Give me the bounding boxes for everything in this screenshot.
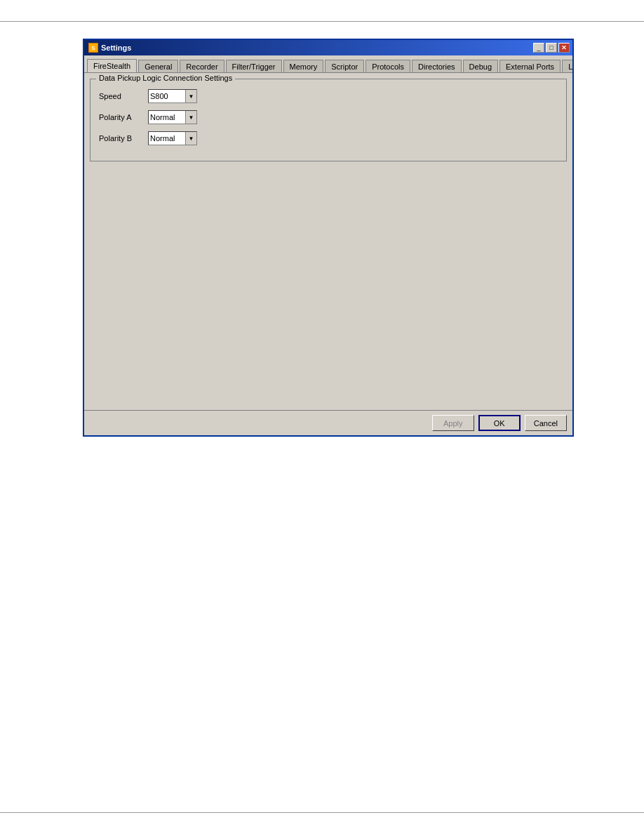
group-box-title: Data Pickup Logic Connection Settings xyxy=(96,74,235,82)
polarity-b-select[interactable]: Normal Inverted xyxy=(148,131,197,145)
speed-select[interactable]: S100 S200 S400 S800 S1600 S3200 xyxy=(148,89,197,103)
title-bar: S Settings _ □ ✕ xyxy=(84,40,572,55)
cancel-button[interactable]: Cancel xyxy=(525,415,567,431)
tab-general[interactable]: General xyxy=(138,60,178,73)
polarity-b-select-wrapper: Normal Inverted ▼ xyxy=(148,131,197,145)
dialog-title: Settings xyxy=(101,44,131,52)
tab-lan-firespy[interactable]: LAN FireSpy xyxy=(562,60,572,73)
title-bar-controls: _ □ ✕ xyxy=(533,43,570,53)
polarity-a-select-wrapper: Normal Inverted ▼ xyxy=(148,110,197,124)
close-button[interactable]: ✕ xyxy=(558,43,570,53)
polarity-a-label: Polarity A xyxy=(99,113,148,121)
tab-recorder[interactable]: Recorder xyxy=(180,60,224,73)
app-icon: S xyxy=(88,43,98,53)
tab-memory[interactable]: Memory xyxy=(283,60,324,73)
polarity-b-row: Polarity B Normal Inverted ▼ xyxy=(99,131,558,145)
polarity-a-row: Polarity A Normal Inverted ▼ xyxy=(99,110,558,124)
content-area: Data Pickup Logic Connection Settings Sp… xyxy=(84,73,572,410)
speed-select-wrapper: S100 S200 S400 S800 S1600 S3200 ▼ xyxy=(148,89,197,103)
polarity-b-label: Polarity B xyxy=(99,134,148,143)
bottom-bar: Apply OK Cancel xyxy=(84,410,572,435)
apply-button[interactable]: Apply xyxy=(432,415,474,431)
tab-scriptor[interactable]: Scriptor xyxy=(325,60,364,73)
group-box-data-pickup: Data Pickup Logic Connection Settings Sp… xyxy=(90,79,567,161)
minimize-button[interactable]: _ xyxy=(533,43,544,53)
ok-button[interactable]: OK xyxy=(478,415,521,431)
speed-row: Speed S100 S200 S400 S800 S1600 S3200 ▼ xyxy=(99,89,558,103)
tab-debug[interactable]: Debug xyxy=(463,60,498,73)
tab-filter-trigger[interactable]: Filter/Trigger xyxy=(226,60,282,73)
maximize-button[interactable]: □ xyxy=(546,43,557,53)
polarity-a-select[interactable]: Normal Inverted xyxy=(148,110,197,124)
title-bar-left: S Settings xyxy=(88,43,131,53)
speed-label: Speed xyxy=(99,92,148,100)
tab-directories[interactable]: Directories xyxy=(412,60,462,73)
tab-strip: FireStealth General Recorder Filter/Trig… xyxy=(84,55,572,73)
tab-protocols[interactable]: Protocols xyxy=(365,60,410,73)
page-line-bottom xyxy=(0,812,644,813)
page-line-top xyxy=(0,21,644,22)
tab-external-ports[interactable]: External Ports xyxy=(499,60,561,73)
tab-firestealth[interactable]: FireStealth xyxy=(87,59,137,73)
settings-dialog: S Settings _ □ ✕ FireStealth General Rec… xyxy=(83,39,574,437)
